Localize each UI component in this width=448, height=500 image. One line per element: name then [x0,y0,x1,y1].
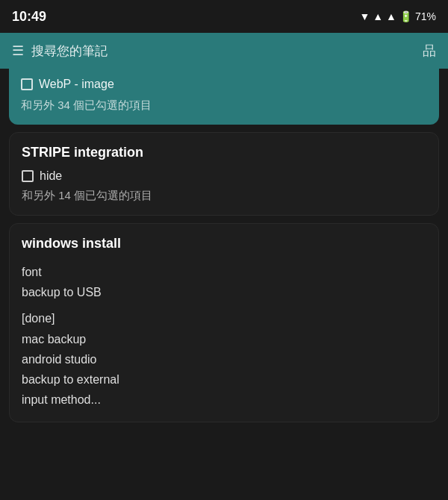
signal-bars-full-icon: ▲ [386,10,396,22]
windows-done-list: [done] mac backup android studio backup … [22,308,426,410]
hide-item-text: hide [40,169,62,183]
list-item: android studio [22,349,426,369]
grid-icon[interactable]: 品 [423,42,436,60]
wifi-icon: ▼ [359,10,370,22]
status-icons: ▼ ▲ ▲ 🔋 71% [359,10,436,22]
battery-percentage: 71% [415,10,436,22]
list-item: backup to external [22,369,426,390]
list-item: mac backup [22,329,426,349]
search-bar[interactable]: ☰ 搜尋您的筆記 品 [0,33,448,69]
battery-icon: 🔋 [399,10,412,22]
checkbox-webp[interactable] [21,78,33,90]
status-time: 10:49 [12,9,46,25]
status-bar: 10:49 ▼ ▲ ▲ 🔋 71% [0,0,448,33]
windows-items-list: font backup to USB [22,262,426,302]
menu-icon[interactable]: ☰ [12,43,24,59]
list-item: font [22,262,426,282]
windows-card-title: windows install [22,236,426,251]
stripe-card-more: 和另外 14 個已勾選的項目 [22,189,426,203]
partial-card: WebP - image 和另外 34 個已勾選的項目 [9,69,439,125]
partial-card-item: WebP - image [21,78,427,91]
list-item: input method... [22,390,426,410]
signal-bars-icon: ▲ [373,10,383,22]
list-item: backup to USB [22,282,426,302]
list-item: [done] [22,308,426,328]
partial-card-more: 和另外 34 個已勾選的項目 [21,99,427,113]
search-placeholder: 搜尋您的筆記 [31,43,108,60]
webp-item-text: WebP - image [39,78,114,91]
checkbox-hide[interactable] [22,170,34,182]
stripe-card-item: hide [22,169,426,183]
stripe-card: STRIPE integration hide 和另外 14 個已勾選的項目 [9,132,439,216]
windows-card: windows install font backup to USB [done… [9,223,439,422]
stripe-card-title: STRIPE integration [22,145,426,160]
